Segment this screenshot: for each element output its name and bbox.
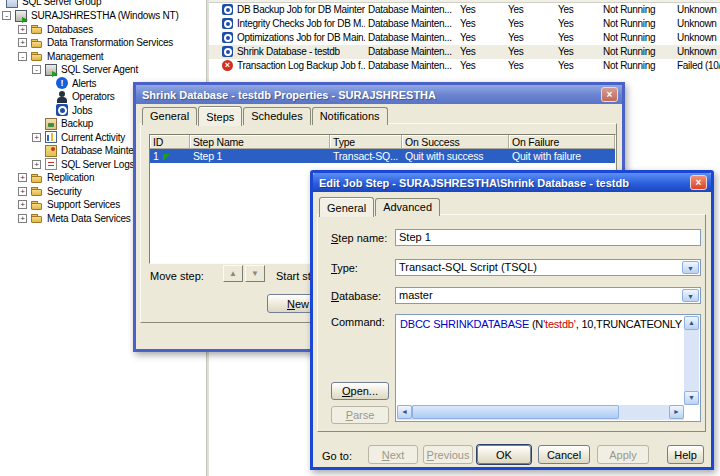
job-row[interactable]: Integrity Checks Job for DB M...Database…: [209, 17, 720, 31]
job-enabled-cell: Yes: [460, 18, 475, 29]
expand-icon[interactable]: +: [18, 214, 27, 223]
close-icon[interactable]: ×: [690, 175, 707, 190]
col-on-success[interactable]: On Success: [402, 135, 509, 149]
tab-steps[interactable]: Steps: [198, 106, 242, 126]
tree-item-label: SQL Server Agent: [61, 64, 138, 75]
job-enabled-cell: Yes: [460, 4, 475, 15]
tree-item-support-services[interactable]: +Support Services: [18, 198, 120, 211]
tree-item-operators[interactable]: Operators: [56, 90, 115, 103]
type-select[interactable]: Transact-SQL Script (TSQL) ▼: [395, 259, 701, 276]
agent-icon: [45, 64, 57, 76]
move-step-up-button[interactable]: ▲: [223, 265, 243, 282]
step-flag-icon: [163, 154, 170, 161]
tree-item-sql-server-logs[interactable]: +SQL Server Logs: [32, 158, 134, 171]
expand-icon[interactable]: +: [18, 38, 27, 47]
job-row[interactable]: Shrink Database - testdbDatabase Mainten…: [209, 45, 720, 59]
tree-item-security[interactable]: +Security: [18, 185, 82, 198]
parse-button[interactable]: Parse: [331, 406, 389, 424]
expand-icon[interactable]: +: [18, 200, 27, 209]
tree-item-data-transformation-services[interactable]: +Data Transformation Services: [18, 36, 173, 49]
job-row[interactable]: Optimizations Job for DB Main...Database…: [209, 31, 720, 45]
job-last-run-cell: Unknown: [677, 4, 717, 15]
tree-item-management[interactable]: -Management: [18, 50, 103, 63]
collapse-icon[interactable]: -: [18, 52, 27, 61]
scroll-right-icon[interactable]: ►: [669, 405, 684, 419]
move-step-down-button[interactable]: ▼: [245, 265, 265, 282]
previous-button[interactable]: Previous: [423, 445, 473, 464]
edit-dialog-tabs: General Advanced: [319, 197, 441, 216]
tree-item-sql-server-agent[interactable]: -SQL Server Agent: [32, 63, 138, 76]
scroll-up-icon[interactable]: ▲: [684, 316, 699, 330]
edit-dialog-titlebar[interactable]: Edit Job Step - SURAJSHRESTHA\Shrink Dat…: [313, 173, 711, 192]
col-step-name[interactable]: Step Name: [190, 135, 330, 149]
command-textarea[interactable]: DBCC SHRINKDATABASE (N'testdb', 10,TRUNC…: [395, 314, 701, 422]
job-name-cell: Transaction Log Backup Job f...: [237, 60, 365, 71]
cancel-button[interactable]: Cancel: [538, 445, 590, 464]
props-dialog-titlebar[interactable]: Shrink Database - testdb Properties - SU…: [136, 85, 622, 104]
expand-icon[interactable]: +: [32, 133, 41, 142]
job-name-cell: Shrink Database - testdb: [237, 46, 340, 57]
tab-notifications[interactable]: Notifications: [312, 107, 388, 125]
job-runnable-cell: Yes: [508, 46, 523, 57]
expand-icon[interactable]: +: [18, 187, 27, 196]
job-last-run-cell: Unknown: [677, 32, 717, 43]
expand-icon[interactable]: +: [18, 173, 27, 182]
props-dialog-tabs: General Steps Schedules Notifications: [142, 106, 389, 125]
horizontal-scrollbar[interactable]: ◄ ►: [397, 405, 684, 420]
collapse-icon[interactable]: -: [2, 11, 11, 20]
tab-general[interactable]: General: [319, 197, 374, 217]
scroll-left-icon[interactable]: ◄: [397, 405, 412, 419]
tree-item-backup[interactable]: Backup: [32, 117, 93, 130]
tree-item-current-activity[interactable]: +Current Activity: [32, 131, 125, 144]
tree-item-label: SQL Server Logs: [61, 159, 134, 170]
expand-icon[interactable]: +: [18, 25, 27, 34]
tree-item-label: Operators: [72, 91, 115, 102]
folder-icon: [31, 50, 43, 62]
step-name-input[interactable]: Step 1: [395, 229, 701, 246]
apply-button[interactable]: Apply: [597, 445, 649, 464]
chevron-down-icon[interactable]: ▼: [682, 289, 699, 302]
tab-schedules[interactable]: Schedules: [243, 107, 310, 125]
job-last-run-cell: Unknown: [677, 46, 717, 57]
job-row[interactable]: DB Backup Job for DB Mainten...Database …: [209, 3, 720, 17]
group-icon: [6, 0, 18, 8]
scrollbar-thumb[interactable]: [412, 405, 619, 419]
tree-item-meta-data-services[interactable]: +Meta Data Services: [18, 212, 131, 225]
tree-item-label: Backup: [61, 118, 93, 129]
tree-item-alerts[interactable]: Alerts: [56, 77, 96, 90]
tree-item-database-maintena[interactable]: Database Maintena: [32, 144, 144, 157]
job-row[interactable]: Transaction Log Backup Job f...Database …: [209, 59, 720, 73]
vertical-scrollbar[interactable]: ▲ ▼: [684, 316, 699, 405]
tree-item-surajshrestha-windows-nt[interactable]: -SURAJSHRESTHA (Windows NT): [2, 9, 179, 22]
tree-item-databases[interactable]: +Databases: [18, 23, 93, 36]
job-category-cell: Database Mainten...: [368, 60, 452, 71]
open-button[interactable]: Open...: [331, 382, 389, 400]
next-button[interactable]: Next: [368, 445, 418, 464]
ok-button[interactable]: OK: [477, 445, 531, 464]
database-select[interactable]: master ▼: [395, 287, 701, 304]
goto-label: Go to:: [322, 450, 352, 462]
close-icon[interactable]: ×: [601, 87, 618, 102]
job-last-run-cell: Unknown: [677, 18, 717, 29]
job-scheduled-cell: Yes: [558, 32, 573, 43]
col-on-failure[interactable]: On Failure: [509, 135, 615, 149]
table-row[interactable]: 1 Step 1 Transact-SQ... Quit with succes…: [150, 149, 615, 163]
tree-item-sql-server-group[interactable]: SQL Server Group: [6, 0, 101, 8]
expand-icon[interactable]: +: [32, 160, 41, 169]
alert-icon: [56, 77, 68, 89]
job-scheduled-cell: Yes: [558, 46, 573, 57]
operator-icon: [56, 91, 68, 103]
tab-general[interactable]: General: [142, 107, 197, 125]
edit-dialog-title: Edit Job Step - SURAJSHRESTHA\Shrink Dat…: [319, 177, 629, 189]
collapse-icon[interactable]: -: [32, 65, 41, 74]
job-runnable-cell: Yes: [508, 4, 523, 15]
tree-item-replication[interactable]: +Replication: [18, 171, 94, 184]
tab-advanced[interactable]: Advanced: [375, 198, 440, 216]
props-dialog-title: Shrink Database - testdb Properties - SU…: [142, 89, 436, 101]
col-id[interactable]: ID: [150, 135, 190, 149]
chevron-down-icon[interactable]: ▼: [682, 261, 699, 274]
scroll-down-icon[interactable]: ▼: [684, 391, 699, 405]
col-type[interactable]: Type: [330, 135, 402, 149]
tree-item-jobs[interactable]: Jobs: [56, 104, 92, 117]
help-button[interactable]: Help: [667, 445, 704, 464]
